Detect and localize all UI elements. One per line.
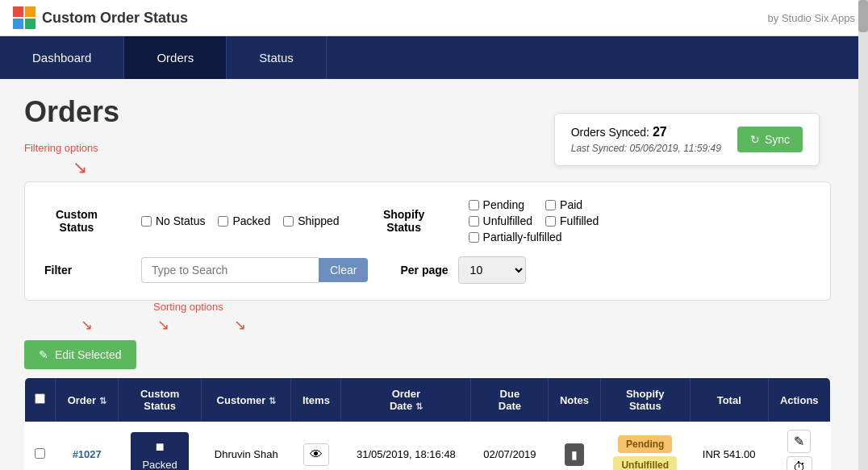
table-body: #1027 ■ Packed Dhruvin Shah 👁 (25, 422, 831, 470)
order-link[interactable]: #1027 (73, 448, 102, 460)
row-select-checkbox[interactable] (35, 448, 45, 459)
row-checkbox[interactable] (25, 422, 56, 470)
filter-annotation-text: Filtering options (24, 142, 98, 154)
nav-dashboard[interactable]: Dashboard (0, 36, 124, 79)
checkbox-no-status-label: No Status (156, 214, 205, 227)
packed-badge: ■ Packed (131, 432, 188, 471)
nav-orders[interactable]: Orders (124, 36, 227, 79)
svg-rect-0 (13, 6, 23, 17)
edit-selected-label: Edit Selected (55, 348, 122, 361)
col-shopify-status: ShopifyStatus (600, 378, 690, 422)
checkbox-unfulfilled-input[interactable] (469, 216, 479, 227)
eye-icon: 👁 (310, 447, 323, 462)
checkbox-no-status-input[interactable] (141, 216, 152, 227)
table-row: #1027 ■ Packed Dhruvin Shah 👁 (25, 422, 831, 470)
nav-status[interactable]: Status (227, 36, 327, 79)
checkbox-packed-label: Packed (232, 214, 270, 227)
edit-selected-button[interactable]: ✎ Edit Selected (24, 340, 136, 369)
filter-annotation: Filtering options (24, 142, 831, 154)
col-due-date: DueDate (471, 378, 549, 422)
col-order-date[interactable]: OrderDate ⇅ (341, 378, 471, 422)
row-custom-status: ■ Packed (119, 422, 202, 470)
custom-status-label: CustomStatus (44, 208, 109, 234)
checkbox-fulfilled[interactable]: Fulfilled (545, 214, 599, 227)
sort-arrows: ↘ ↘ ↘ (81, 316, 246, 334)
app-title: Custom Order Status (42, 10, 188, 27)
svg-rect-3 (25, 19, 35, 29)
col-actions: Actions (768, 378, 830, 422)
checkbox-paid-input[interactable] (545, 200, 556, 210)
select-all-checkbox[interactable] (35, 393, 45, 404)
checkbox-shipped-input[interactable] (283, 216, 294, 227)
checkbox-partially-fulfilled[interactable]: Partially-fulfilled (469, 231, 599, 243)
svg-rect-1 (25, 6, 35, 17)
row-order-id: #1027 (56, 422, 119, 470)
per-page-wrapper: Per page 10 25 50 100 (400, 256, 525, 284)
checkbox-pending[interactable]: Pending (469, 198, 532, 211)
checkbox-fulfilled-input[interactable] (545, 216, 556, 227)
row-shopify-status: Pending Unfulfilled (600, 422, 690, 470)
row-total: INR 541.00 (690, 422, 768, 470)
order-sort-icon: ⇅ (99, 396, 106, 406)
by-text: by Studio Six Apps (768, 12, 855, 24)
checkbox-packed-input[interactable] (218, 216, 228, 227)
custom-status-checkboxes: No Status Packed Shipped (141, 214, 340, 227)
shopify-status-label: ShopifyStatus (372, 208, 436, 234)
row-items[interactable]: 👁 (291, 422, 341, 470)
orders-table: Order ⇅ CustomStatus Customer ⇅ Items Or… (24, 377, 831, 470)
filter-arrow: ↘ (73, 157, 831, 178)
packed-label: Packed (142, 459, 177, 471)
checkbox-paid[interactable]: Paid (545, 198, 599, 211)
checkbox-shipped-label: Shipped (298, 214, 339, 227)
nav-bar: Dashboard Orders Status (0, 36, 868, 79)
per-page-select[interactable]: 10 25 50 100 (458, 256, 526, 284)
status-badge-pending: Pending (618, 435, 672, 453)
sort-arrow-2: ↘ (157, 316, 169, 334)
svg-rect-2 (13, 19, 23, 29)
scroll-thumb[interactable] (858, 0, 868, 32)
search-wrapper: Clear (141, 257, 368, 283)
app-logo: Custom Order Status (13, 6, 188, 29)
notes-button[interactable]: ▮ (565, 443, 584, 466)
sync-count: Orders Synced: 27 (571, 125, 721, 139)
checkbox-unfulfilled-label: Unfulfilled (483, 214, 532, 227)
row-notes[interactable]: ▮ (549, 422, 600, 470)
main-content: Orders Orders Synced: 27 Last Synced: 05… (0, 79, 855, 470)
col-customer-label: Customer (217, 394, 266, 406)
col-notes: Notes (549, 378, 600, 422)
checkbox-packed[interactable]: Packed (218, 214, 270, 227)
note-icon: ▮ (571, 448, 578, 461)
checkbox-partially-fulfilled-input[interactable] (469, 232, 479, 243)
status-badge-unfulfilled: Unfulfilled (613, 456, 677, 471)
filter-label: Filter (44, 264, 109, 277)
row-actions: ✎ ⏱ (768, 422, 830, 470)
checkbox-no-status[interactable]: No Status (141, 214, 205, 227)
col-custom-status: CustomStatus (119, 378, 202, 422)
shopify-status-checkboxes: Pending Paid Unfulfilled Fulfilled (469, 198, 599, 243)
checkbox-pending-input[interactable] (469, 200, 479, 210)
col-checkbox (25, 378, 56, 422)
order-date-sort-icon: ⇅ (415, 401, 423, 411)
items-view-button[interactable]: 👁 (303, 443, 329, 466)
edit-action-button[interactable]: ✎ (787, 430, 811, 453)
checkbox-shipped[interactable]: Shipped (283, 214, 339, 227)
row-customer: Dhruvin Shah (202, 422, 291, 470)
packed-icon: ■ (156, 439, 165, 455)
col-order[interactable]: Order ⇅ (56, 378, 119, 422)
col-total: Total (690, 378, 768, 422)
scroll-track[interactable] (858, 0, 868, 470)
toolbar: ✎ Edit Selected (24, 340, 831, 369)
table-header: Order ⇅ CustomStatus Customer ⇅ Items Or… (25, 378, 831, 422)
checkbox-unfulfilled[interactable]: Unfulfilled (469, 214, 532, 227)
checkbox-paid-label: Paid (560, 198, 582, 211)
sorting-annotation-text: Sorting options (153, 301, 223, 313)
custom-status-row: CustomStatus No Status Packed Shipped (44, 198, 811, 243)
clock-action-button[interactable]: ⏱ (787, 456, 812, 470)
col-items: Items (291, 378, 341, 422)
filter-box: CustomStatus No Status Packed Shipped (24, 181, 831, 301)
clear-button[interactable]: Clear (319, 258, 368, 282)
row-order-date: 31/05/2019, 18:16:48 (341, 422, 471, 470)
col-customer[interactable]: Customer ⇅ (202, 378, 291, 422)
search-input[interactable] (141, 257, 319, 283)
edit-action-icon: ✎ (794, 434, 804, 449)
